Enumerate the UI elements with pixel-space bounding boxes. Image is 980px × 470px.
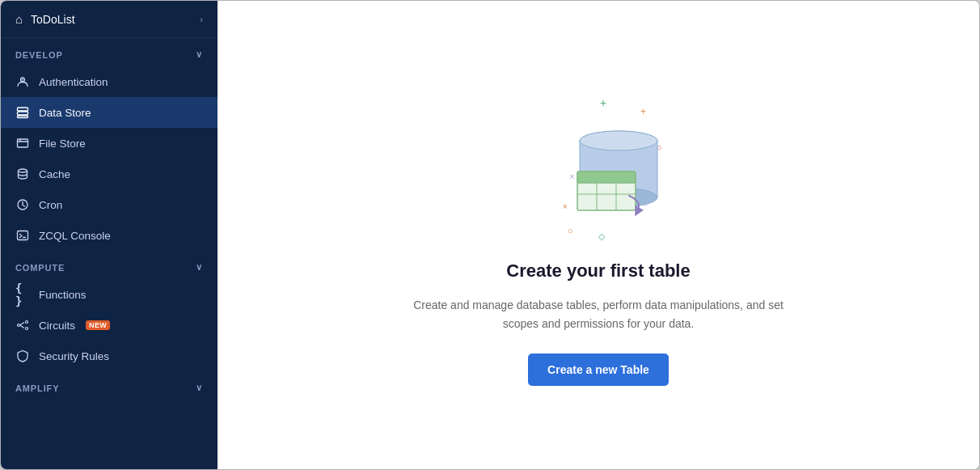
- sidebar-item-cache[interactable]: Cache: [1, 159, 218, 189]
- compute-section-label: COMPUTE: [15, 263, 65, 273]
- svg-rect-30: [577, 171, 636, 183]
- sidebar-item-security-rules[interactable]: Security Rules: [1, 341, 218, 371]
- cache-icon: [15, 167, 30, 181]
- amplify-section-label: AMPLIFY: [15, 383, 59, 393]
- data-store-label: Data Store: [39, 107, 91, 119]
- svg-text:+: +: [640, 106, 646, 117]
- data-store-icon: [15, 105, 30, 120]
- sidebar-item-circuits[interactable]: Circuits NEW: [1, 310, 218, 341]
- security-rules-icon: [15, 349, 30, 363]
- empty-state-description: Create and manage database tables, perfo…: [396, 296, 800, 332]
- svg-text:◇: ◇: [598, 231, 606, 241]
- sidebar-item-file-store[interactable]: File Store: [1, 128, 218, 159]
- zcql-console-icon: [15, 228, 30, 243]
- illustration: + + ○ ○ ○ × ○ ◇ ×: [509, 84, 687, 246]
- authentication-icon: [15, 74, 30, 89]
- circuits-icon: [15, 318, 30, 332]
- svg-rect-2: [18, 108, 28, 111]
- svg-point-1: [22, 79, 23, 81]
- circuits-label: Circuits: [39, 320, 75, 332]
- svg-text:×: ×: [569, 171, 574, 181]
- file-store-label: File Store: [39, 138, 86, 150]
- empty-state: + + ○ ○ ○ × ○ ◇ ×: [396, 84, 800, 386]
- app-window: ⌂ ToDoList › DEVELOP ∨ Authentication: [0, 0, 980, 470]
- sidebar-item-authentication[interactable]: Authentication: [1, 66, 218, 97]
- sidebar-item-functions[interactable]: { } Functions: [1, 279, 218, 310]
- cron-label: Cron: [39, 199, 62, 211]
- sidebar-item-data-store[interactable]: Data Store: [1, 97, 218, 128]
- chevron-right-icon: ›: [200, 15, 203, 24]
- empty-state-title: Create your first table: [506, 260, 690, 282]
- circuits-badge: NEW: [86, 320, 110, 330]
- svg-rect-4: [18, 116, 28, 118]
- svg-point-11: [26, 328, 28, 330]
- home-icon: ⌂: [15, 12, 23, 26]
- compute-section-header[interactable]: COMPUTE ∨: [1, 251, 218, 279]
- develop-section-header[interactable]: DEVELOP ∨: [1, 38, 218, 66]
- develop-section-label: DEVELOP: [15, 50, 63, 60]
- cron-icon: [15, 197, 30, 212]
- cache-label: Cache: [39, 168, 70, 180]
- authentication-label: Authentication: [39, 76, 108, 88]
- functions-icon: { }: [15, 287, 30, 302]
- svg-point-9: [18, 324, 20, 327]
- functions-label: Functions: [39, 289, 87, 301]
- sidebar: ⌂ ToDoList › DEVELOP ∨ Authentication: [1, 1, 218, 469]
- svg-point-10: [26, 321, 28, 324]
- compute-chevron-icon: ∨: [196, 262, 203, 273]
- create-new-table-button[interactable]: Create a new Table: [528, 354, 669, 386]
- amplify-chevron-icon: ∨: [196, 383, 203, 393]
- zcql-console-label: ZCQL Console: [39, 230, 111, 242]
- svg-rect-3: [18, 112, 28, 115]
- sidebar-project-item[interactable]: ⌂ ToDoList ›: [1, 1, 218, 38]
- svg-point-24: [580, 131, 657, 150]
- main-content: + + ○ ○ ○ × ○ ◇ ×: [218, 1, 979, 469]
- project-name: ToDoList: [31, 13, 74, 26]
- svg-text:+: +: [600, 96, 606, 109]
- svg-text:○: ○: [568, 226, 573, 235]
- svg-rect-5: [18, 139, 28, 147]
- amplify-section-header[interactable]: AMPLIFY ∨: [1, 371, 218, 400]
- svg-text:×: ×: [563, 202, 568, 211]
- security-rules-label: Security Rules: [39, 350, 109, 362]
- svg-rect-8: [18, 231, 28, 240]
- develop-chevron-icon: ∨: [196, 49, 203, 60]
- sidebar-item-cron[interactable]: Cron: [1, 189, 218, 220]
- file-store-icon: [15, 136, 30, 150]
- sidebar-item-zcql-console[interactable]: ZCQL Console: [1, 220, 218, 251]
- svg-point-6: [19, 169, 27, 172]
